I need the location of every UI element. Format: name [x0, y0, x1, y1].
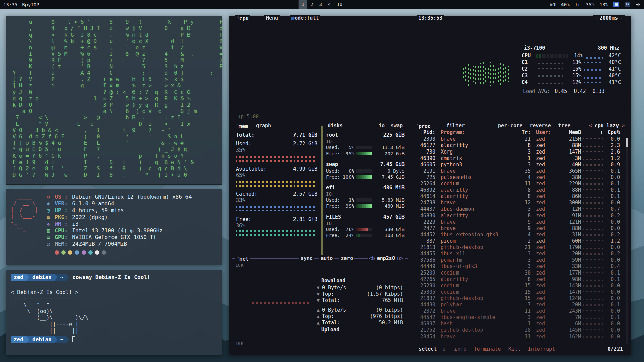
cpu-graph-bar [473, 66, 474, 82]
filter-button[interactable]: filter [445, 123, 466, 129]
process-row[interactable]: 24738brave12zed300M0.0 [411, 200, 629, 206]
net-box-number: ³ [237, 256, 239, 260]
process-row[interactable]: 46392alacritty8zed88M0.1 [411, 187, 629, 193]
cowsay-terminal-window[interactable]: zeddebian~cowsay Debian-Z Is Cool! _____… [6, 270, 222, 355]
process-row[interactable]: 46605python33zed40M0.9 [411, 162, 629, 168]
process-row[interactable]: 21813github-desktop21zed179M0.0 [411, 244, 629, 251]
process-row[interactable]: 37586pcmanfm3zed59M0.0 [411, 257, 629, 263]
process-row[interactable]: 46177alacritty8zed88M2.3 [411, 142, 629, 149]
keyboard-layout-module[interactable]: fr [575, 2, 581, 7]
meter-cell [566, 54, 568, 58]
process-row[interactable]: 25305codium15zed147M0.0 [411, 289, 629, 295]
cpu-usage-module[interactable]: 35% [586, 2, 594, 7]
per-core-toggle[interactable]: per-core [497, 123, 524, 129]
process-row[interactable]: 28454brave11zed162M0.0 [411, 334, 629, 340]
workspace-button[interactable]: 2 [307, 0, 316, 9]
io-toggle-button[interactable]: io [377, 123, 386, 129]
header-program[interactable]: Program: [435, 129, 519, 136]
speaker-icon[interactable] [636, 2, 641, 7]
select-control[interactable]: select ↓ [416, 346, 448, 352]
core-temp: 42°C [604, 53, 621, 59]
workspace-button[interactable]: 3 [316, 0, 325, 9]
workspace-button[interactable]: 4 [325, 0, 334, 9]
header-user[interactable]: User: [531, 129, 559, 136]
bpytop-window[interactable]: ¹cpu Menu mode:full 13:35:53 +2000ms- i3… [229, 16, 631, 355]
prompt-path: ~ [57, 274, 67, 281]
process-row[interactable]: 44449ibus-ui-gtk33zed33M0.4 [411, 263, 629, 270]
workspace-button[interactable]: 10 [334, 0, 345, 9]
process-row[interactable]: 725pulseaudio4zed38M0.0 [411, 174, 629, 181]
process-row[interactable]: 44455ibus-x113zed20M0.2 [411, 251, 629, 257]
reverse-toggle[interactable]: reverse [528, 123, 552, 129]
process-row[interactable]: 44614alacritty8zed86M0.1 [411, 193, 629, 200]
swap-toggle-button[interactable]: swap [389, 123, 405, 129]
header-cpu[interactable]: Cpu% [604, 129, 621, 136]
volume-module[interactable]: VOL 40% [550, 2, 570, 7]
header-threads[interactable]: Tr: [519, 129, 531, 136]
process-row[interactable]: 44437ibus-daemon3zed12M0.7 [411, 206, 629, 213]
process-cell: 21837 [411, 295, 435, 302]
process-row[interactable]: 887picom2zed60M1.2 [411, 238, 629, 244]
workspace-button[interactable]: 1 [299, 0, 307, 9]
ram-usage-module[interactable]: 13% [600, 2, 608, 7]
interval-increase-button[interactable]: + [595, 15, 598, 21]
process-row[interactable]: 44430polybar7zed20M0.1 [411, 302, 629, 308]
process-row[interactable]: 21752github-desktop28zed145M0.0 [411, 327, 629, 334]
process-cpu-sparkline [583, 310, 603, 313]
process-row[interactable]: 44452ibus-extension-gtk34zed31M0.2 [411, 232, 629, 238]
tree-toggle[interactable]: tree [557, 123, 572, 129]
sort-next-button[interactable]: > [622, 123, 625, 129]
palette-dot [75, 250, 79, 255]
process-cell: 365M [559, 168, 581, 174]
powerline-separator-icon [66, 274, 69, 281]
process-cell: zed [531, 225, 559, 232]
info-button[interactable]: info [453, 346, 468, 352]
process-row[interactable]: 2229brave9zed121M0.0 [411, 219, 629, 225]
process-row[interactable]: 44542ibus-engine-simple3zed7M0.1 [411, 314, 629, 321]
fetch-row-label: WM : [55, 221, 72, 227]
interval-decrease-button[interactable]: - [620, 15, 623, 21]
process-row[interactable]: 25209codium30zed177M0.1 [411, 270, 629, 276]
interface-next-button[interactable]: n> [397, 255, 403, 261]
process-row[interactable]: 46390cmatrix1zed3M1.2 [411, 155, 629, 162]
header-mem[interactable]: MemB [559, 129, 581, 136]
process-row[interactable]: 25264codium11zed229M0.1 [411, 181, 629, 187]
process-row[interactable]: 730Xorg3zed147M2.6 [411, 149, 629, 155]
process-cpu-pct: 0.1 [604, 270, 621, 276]
kill-button[interactable]: Kill [507, 346, 522, 352]
process-row[interactable]: 42765alacritty8zed98M0.1 [411, 276, 629, 283]
zero-button[interactable]: zero [339, 255, 354, 261]
terminal-cursor[interactable] [72, 336, 75, 342]
process-cell: pcmanfm [435, 257, 519, 263]
process-row[interactable]: 46837bash1zed6M0.0 [411, 321, 629, 327]
terminate-button[interactable]: Terminate [472, 346, 502, 352]
process-row[interactable]: 21837github-desktop15zed124M0.0 [411, 295, 629, 302]
auto-button[interactable]: auto [319, 255, 334, 261]
tray-app-icon[interactable] [613, 2, 619, 7]
interrupt-button[interactable]: Interrupt [527, 346, 556, 352]
process-scrollbar[interactable] [626, 138, 628, 344]
load-avg-value: 0.33 [593, 88, 605, 94]
process-row[interactable]: 2398brave21zed215M0.0 [411, 136, 629, 142]
process-row[interactable]: 25290codium15zed143M0.0 [411, 283, 629, 289]
keyboard-flag-icon[interactable]: FR [625, 2, 630, 7]
scrollbar-thumb[interactable] [626, 138, 628, 147]
sync-button[interactable]: sync [299, 255, 314, 261]
cmatrix-terminal-window[interactable]: u $ l > S ' 5 9 _ ( X P y F , 4 p / " H … [6, 16, 222, 185]
process-row[interactable]: 46830alacritty8zed91M0.2 [411, 213, 629, 219]
process-cpu-pct: 0.0 [604, 244, 621, 251]
interface-prev-button[interactable]: <b [369, 255, 375, 261]
header-pid[interactable]: Pid: [411, 129, 435, 136]
sysinfo-terminal-window[interactable]: _____ / __ \ | / | | \___- -_ --_ ⊙OS :D… [6, 189, 222, 265]
graph-toggle-button[interactable]: graph [254, 123, 273, 129]
process-row[interactable]: 2191brave35zed365M0.1 [411, 168, 629, 174]
prompt-path: ~ [57, 336, 67, 343]
process-row[interactable]: 2477brave9zed88M0.0 [411, 225, 629, 232]
mem-stat-label: Used: [236, 141, 251, 147]
process-row[interactable]: 2372brave11zed243M0.0 [411, 308, 629, 314]
sort-prev-button[interactable]: < [589, 123, 592, 129]
net-stat-value: 50.2 MiB [379, 320, 403, 326]
fetch-row-value: 6.1.0-9-amd64 [72, 200, 114, 207]
menu-button[interactable]: Menu [264, 15, 280, 21]
mode-toggle-button[interactable]: mode:full [290, 15, 320, 21]
